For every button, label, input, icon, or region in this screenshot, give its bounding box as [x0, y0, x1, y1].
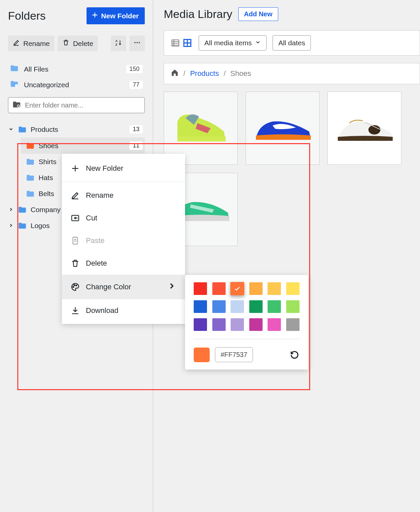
list-view-button[interactable]: [170, 38, 181, 48]
color-swatch[interactable]: [268, 318, 281, 331]
uncategorized-label: Uncategorized: [24, 81, 69, 89]
svg-point-14: [74, 285, 75, 286]
svg-point-4: [139, 42, 140, 43]
trash-icon: [62, 39, 70, 48]
chevron-right-icon[interactable]: [8, 222, 14, 230]
filter-media-label: All media items: [204, 39, 252, 47]
cm-new-folder[interactable]: New Folder: [62, 157, 185, 180]
svg-rect-8: [172, 40, 179, 46]
shoe-image: [249, 105, 316, 151]
pencil-icon: [13, 39, 20, 48]
uncategorized-item[interactable]: ! Uncategorized 77: [8, 77, 145, 93]
color-swatch[interactable]: [231, 300, 244, 313]
download-icon: [71, 306, 80, 315]
tree-label: Shoes: [39, 142, 59, 150]
color-swatch[interactable]: [230, 282, 244, 295]
folder-search-icon: [12, 101, 21, 110]
chevron-right-icon: [167, 281, 176, 293]
color-swatch[interactable]: [194, 318, 207, 331]
cm-label: Rename: [86, 191, 113, 200]
media-library-title: Media Library: [164, 8, 232, 21]
breadcrumb-products[interactable]: Products: [190, 69, 219, 78]
tree-count: 13: [129, 125, 143, 133]
tree-node-products[interactable]: Products 13: [8, 121, 145, 137]
cm-paste: Paste: [62, 229, 185, 252]
svg-text:A: A: [115, 39, 118, 43]
color-swatch[interactable]: [268, 282, 281, 295]
folders-title: Folders: [8, 9, 46, 22]
svg-text:!: !: [16, 85, 17, 87]
color-swatch[interactable]: [212, 282, 226, 295]
chevron-right-icon[interactable]: [8, 206, 14, 214]
delete-button-label: Delete: [73, 40, 93, 48]
rename-button-label: Rename: [23, 40, 50, 48]
home-icon[interactable]: [171, 69, 179, 79]
color-swatch[interactable]: [249, 300, 263, 313]
filter-dates[interactable]: All dates: [273, 35, 311, 51]
context-menu: New Folder Rename Cut Paste Delete Chang…: [62, 154, 185, 324]
sort-button[interactable]: AZ: [111, 36, 126, 51]
folder-icon: [18, 222, 27, 229]
media-thumb[interactable]: [327, 92, 401, 165]
shoe-image: [167, 105, 234, 151]
color-swatch[interactable]: [286, 318, 300, 331]
cm-label: Download: [86, 306, 118, 315]
svg-point-3: [136, 42, 138, 43]
all-files-count: 150: [126, 65, 143, 73]
cut-icon: [71, 213, 80, 223]
hex-input[interactable]: #FF7537: [215, 347, 253, 362]
cm-label: Cut: [86, 214, 97, 222]
color-swatch[interactable]: [268, 300, 281, 313]
cm-label: Change Color: [86, 283, 131, 291]
media-library: Media Library Add New All media items Al…: [153, 0, 420, 512]
media-thumb[interactable]: [246, 92, 319, 165]
cm-label: New Folder: [86, 164, 123, 173]
sort-az-icon: AZ: [115, 39, 122, 48]
new-folder-button[interactable]: New Folder: [87, 7, 145, 24]
color-swatch[interactable]: [286, 282, 300, 295]
pencil-icon: [71, 191, 80, 200]
grid-view-button[interactable]: [182, 38, 193, 48]
add-new-button[interactable]: Add New: [238, 7, 278, 21]
plus-icon: [91, 11, 99, 20]
tree-label: Logos: [31, 222, 50, 230]
folder-icon: [26, 174, 35, 181]
filter-bar: All media items All dates: [164, 30, 420, 56]
folder-search-input[interactable]: [25, 102, 140, 109]
trash-icon: [71, 259, 80, 268]
reset-color-button[interactable]: [290, 350, 300, 360]
rename-button[interactable]: Rename: [8, 36, 54, 51]
all-files-label: All Files: [24, 65, 49, 73]
cm-change-color[interactable]: Change Color: [62, 275, 185, 299]
delete-button[interactable]: Delete: [58, 36, 98, 51]
tree-label: Products: [31, 126, 58, 133]
svg-text:Z: Z: [115, 43, 117, 46]
folders-toolbar: Rename Delete AZ: [8, 36, 145, 51]
cm-download[interactable]: Download: [62, 299, 185, 322]
cm-rename[interactable]: Rename: [62, 184, 185, 207]
cm-separator: [62, 182, 185, 182]
color-swatch[interactable]: [286, 300, 300, 313]
ellipsis-icon: [133, 39, 141, 48]
filter-media-type[interactable]: All media items: [199, 35, 267, 51]
palette-icon: [71, 282, 80, 292]
color-swatch[interactable]: [212, 318, 226, 331]
svg-point-2: [134, 42, 136, 43]
folder-search[interactable]: [8, 97, 145, 113]
color-swatch[interactable]: [249, 282, 263, 295]
tree-node-shoes[interactable]: Shoes 11: [21, 137, 145, 154]
cm-cut[interactable]: Cut: [62, 207, 185, 229]
all-files-item[interactable]: All Files 150: [8, 61, 145, 77]
color-swatch[interactable]: [194, 282, 207, 295]
folder-icon: [26, 158, 35, 165]
color-swatch[interactable]: [194, 300, 207, 313]
more-button[interactable]: [129, 36, 145, 51]
color-swatch[interactable]: [249, 318, 263, 331]
cm-delete[interactable]: Delete: [62, 252, 185, 275]
current-color-swatch[interactable]: [194, 348, 210, 362]
color-swatch[interactable]: [231, 318, 244, 331]
undo-icon: [290, 350, 300, 360]
color-swatch[interactable]: [212, 300, 226, 313]
cm-label: Delete: [86, 259, 107, 268]
chevron-down-icon[interactable]: [8, 126, 14, 133]
